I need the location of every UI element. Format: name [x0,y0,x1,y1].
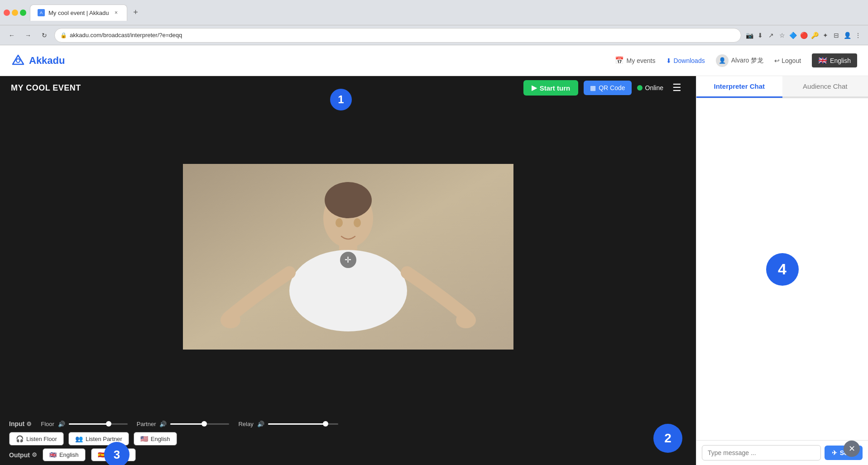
qr-icon: ▦ [590,84,596,91]
floor-volume-icon: 🔊 [58,421,65,427]
svg-point-7 [221,312,240,328]
partner-volume-icon: 🔊 [159,421,167,427]
input-label: Input ⚙ [9,420,32,427]
play-icon: ▶ [532,84,537,92]
svg-point-8 [456,312,476,328]
hamburger-menu-button[interactable]: ☰ [669,80,685,96]
logo-text: Akkadu [29,55,65,67]
calendar-icon: 📅 [615,56,624,65]
english-output-flag-icon: 🇬🇧 [49,451,57,458]
logo-icon [11,53,25,68]
svg-point-4 [325,182,372,218]
address-bar[interactable]: 🔒 akkadu.com/broadcast/interpreter/?e=de… [54,28,741,43]
language-button[interactable]: 🇬🇧 English [812,53,857,67]
english-output-button[interactable]: 🇬🇧 English [43,448,86,461]
input-settings-icon[interactable]: ⚙ [26,421,32,427]
output-row: Output ⚙ 🇬🇧 English 🇪🇸 Spanish 3 [9,448,687,461]
app: Akkadu 📅 My events ⬇ Downloads 👤 Alvaro … [0,45,868,465]
download-ext-icon[interactable]: ⬇ [756,31,765,40]
download-icon: ⬇ [666,57,671,64]
logout-link[interactable]: ↩ Logout [774,57,801,64]
relay-slider[interactable] [268,422,338,425]
badge-1: 1 [330,89,352,110]
logo[interactable]: Akkadu [11,53,65,68]
partner-slider[interactable] [170,422,229,425]
floor-volume-group: Floor 🔊 [41,421,128,427]
event-header: MY COOL EVENT 1 ▶ Start turn ▦ QR Code O… [0,76,696,100]
chat-message-input[interactable] [702,445,821,460]
badge-4: 4 [766,253,799,286]
output-label: Output ⚙ [9,451,37,459]
flag-icon: 🇬🇧 [818,56,827,65]
chat-tabs: Interpreter Chat Audience Chat [696,76,868,98]
forward-button[interactable]: → [22,29,34,42]
qr-code-button[interactable]: ▦ QR Code [584,81,631,95]
back-button[interactable]: ← [5,29,18,42]
tab-title: My cool event | Akkadu [48,10,109,16]
user-menu[interactable]: 👤 Alvaro 梦龙 [716,54,764,67]
tab-interpreter-chat[interactable]: Interpreter Chat [696,76,782,98]
start-turn-button[interactable]: ▶ Start turn [523,80,579,96]
header-actions: 1 ▶ Start turn ▦ QR Code Online ☰ [523,80,685,96]
right-panel: Interpreter Chat Audience Chat 4 ✈ Send [696,76,868,465]
crosshair-icon[interactable]: ✛ [340,252,356,268]
split-screen-icon[interactable]: ⊟ [832,31,841,40]
input-controls-row: Input ⚙ Floor 🔊 P [9,420,687,427]
floor-slider[interactable] [69,422,128,425]
tab-bar: A My cool event | Akkadu × + [30,5,864,21]
window-close-btn[interactable] [4,10,10,16]
reload-button[interactable]: ↻ [38,29,51,42]
window-max-btn[interactable] [20,10,26,16]
ext-icons: 📷 ⬇ ↗ ☆ 🔷 🔴 🔑 ✦ ⊟ 👤 ⋮ [745,31,863,40]
window-controls[interactable] [4,10,26,16]
listen-floor-button[interactable]: 🎧 Listen Floor [9,432,64,446]
ext1-icon[interactable]: 🔷 [788,31,797,40]
tab-close-icon[interactable]: × [112,9,120,16]
badge-2: 2 [653,424,682,453]
partner-label: Partner [137,421,156,427]
group-icon: 👥 [75,435,83,442]
downloads-link[interactable]: ⬇ Downloads [666,57,705,64]
my-events-link[interactable]: 📅 My events [615,56,656,65]
new-tab-button[interactable]: + [129,6,142,19]
share-ext-icon[interactable]: ↗ [767,31,776,40]
video-area: MY COOL EVENT 1 ▶ Start turn ▦ QR Code O… [0,76,696,465]
active-tab[interactable]: A My cool event | Akkadu × [30,5,127,21]
ext4-icon[interactable]: ✦ [821,31,830,40]
video-figure: ✛ [183,164,513,350]
floor-label: Floor [41,421,54,427]
camera-ext-icon[interactable]: 📷 [745,31,754,40]
english-input-button[interactable]: 🇺🇸 English [134,432,177,446]
relay-volume-icon: 🔊 [257,421,264,427]
chat-messages: 4 [696,98,868,440]
close-panel-button[interactable]: ✕ [844,441,860,457]
logout-icon: ↩ [774,57,780,64]
user-avatar: 👤 [716,54,729,67]
chat-input-row: ✈ Send [696,440,868,465]
address-text: akkadu.com/broadcast/interpreter/?e=deqq [70,32,182,38]
video-player: ✛ [183,164,513,350]
ext2-icon[interactable]: 🔴 [799,31,808,40]
ext3-icon[interactable]: 🔑 [810,31,819,40]
partner-volume-group: Partner 🔊 [137,421,230,427]
window-min-btn[interactable] [12,10,18,16]
lock-icon: 🔒 [60,32,67,38]
browser-chrome: A My cool event | Akkadu × + [0,0,868,25]
controls-area: Input ⚙ Floor 🔊 P [0,414,696,465]
english-flag-icon: 🇺🇸 [140,435,148,442]
tab-audience-chat[interactable]: Audience Chat [782,76,868,98]
top-nav: Akkadu 📅 My events ⬇ Downloads 👤 Alvaro … [0,45,868,76]
bookmark-ext-icon[interactable]: ☆ [777,31,786,40]
headset-icon: 🎧 [16,435,24,442]
profile-icon[interactable]: 👤 [843,31,852,40]
svg-point-10 [354,218,361,227]
more-icon[interactable]: ⋮ [854,31,863,40]
send-icon: ✈ [832,449,837,456]
address-bar-row: ← → ↻ 🔒 akkadu.com/broadcast/interpreter… [0,25,868,45]
event-title: MY COOL EVENT [11,83,514,93]
output-settings-icon[interactable]: ⚙ [32,451,37,458]
main-content: MY COOL EVENT 1 ▶ Start turn ▦ QR Code O… [0,76,868,465]
badge-3: 3 [104,442,129,465]
relay-volume-group: Relay 🔊 [238,421,338,427]
svg-point-9 [336,218,343,227]
